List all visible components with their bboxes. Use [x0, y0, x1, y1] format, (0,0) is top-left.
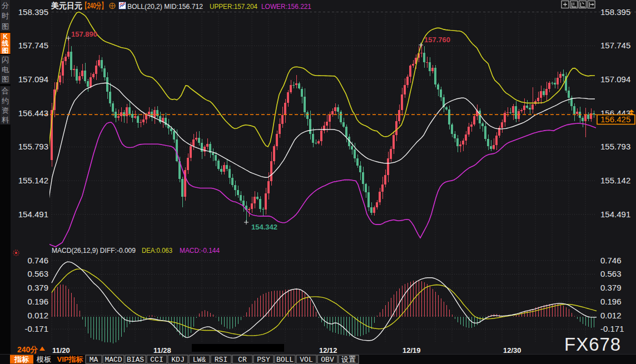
svg-text:资: 资: [2, 106, 9, 114]
svg-text:155.793: 155.793: [18, 142, 48, 151]
svg-text:157.745: 157.745: [18, 41, 48, 50]
svg-text:【240分】: 【240分】: [82, 1, 107, 10]
svg-text:0.563: 0.563: [27, 269, 48, 278]
svg-text:CCI: CCI: [150, 356, 163, 364]
svg-text:11/20: 11/20: [52, 346, 70, 355]
svg-text:0.563: 0.563: [600, 269, 622, 278]
svg-text:0.196: 0.196: [27, 297, 48, 306]
svg-text:0.012: 0.012: [27, 311, 48, 320]
svg-text:MACD(26,12,9) DIFF:-0.009: MACD(26,12,9) DIFF:-0.009: [52, 246, 136, 255]
svg-text:156.425: 156.425: [600, 114, 630, 124]
svg-text:时: 时: [2, 12, 9, 20]
svg-text:KDJ: KDJ: [171, 356, 184, 364]
svg-text:美元日元: 美元日元: [51, 1, 82, 10]
svg-text:-0.171: -0.171: [24, 324, 48, 333]
svg-text:157.094: 157.094: [18, 74, 48, 84]
svg-text:11/28: 11/28: [153, 346, 171, 355]
svg-text:12/30: 12/30: [503, 346, 521, 355]
svg-text:154.491: 154.491: [600, 210, 630, 219]
svg-text:图: 图: [2, 75, 9, 83]
svg-text:VOL: VOL: [300, 356, 312, 364]
svg-text:LOWER:156.221: LOWER:156.221: [261, 2, 311, 11]
svg-text:OBV: OBV: [321, 356, 334, 364]
svg-text:MA: MA: [90, 356, 98, 364]
svg-text:图: 图: [2, 22, 9, 31]
svg-text:约: 约: [2, 97, 9, 105]
svg-text:156.443: 156.443: [18, 108, 48, 118]
svg-text:157.745: 157.745: [600, 41, 630, 50]
svg-text:PSY: PSY: [257, 356, 270, 364]
svg-text:UPPER:157.204: UPPER:157.204: [210, 2, 257, 11]
svg-text:158.395: 158.395: [18, 7, 48, 17]
svg-text:RSI: RSI: [215, 356, 227, 364]
svg-text:模板: 模板: [36, 355, 51, 363]
svg-text:0.379: 0.379: [600, 283, 622, 292]
svg-text:154.491: 154.491: [18, 210, 48, 219]
svg-text:155.142: 155.142: [18, 176, 48, 185]
svg-text:157.094: 157.094: [600, 74, 630, 84]
svg-text:MACD:-0.144: MACD:-0.144: [180, 246, 220, 255]
svg-text:分: 分: [2, 1, 9, 9]
svg-text:DEA:0.063: DEA:0.063: [142, 246, 172, 255]
svg-text:MACD: MACD: [105, 356, 122, 364]
svg-text:0.746: 0.746: [27, 256, 48, 265]
svg-text:0.379: 0.379: [27, 283, 48, 292]
svg-text:12/19: 12/19: [403, 346, 421, 355]
svg-text:157.890: 157.890: [71, 30, 97, 38]
svg-text:BIAS: BIAS: [127, 356, 144, 364]
svg-text:157.760: 157.760: [424, 36, 450, 44]
svg-text:BOLL: BOLL: [276, 356, 294, 364]
svg-text:-0.171: -0.171: [600, 324, 624, 333]
svg-text:240分: 240分: [17, 345, 38, 354]
svg-text:154.342: 154.342: [251, 223, 277, 231]
svg-text:0.012: 0.012: [600, 311, 622, 320]
svg-text:155.142: 155.142: [600, 176, 630, 185]
svg-text:设置: 设置: [341, 355, 356, 363]
svg-text:158.395: 158.395: [600, 7, 630, 17]
svg-text:12/12: 12/12: [319, 346, 337, 355]
svg-text:料: 料: [2, 116, 9, 124]
svg-text:合: 合: [2, 87, 9, 95]
svg-text:BOLL(20,2) MID:156.712: BOLL(20,2) MID:156.712: [127, 2, 203, 11]
svg-text:LW&: LW&: [193, 356, 206, 364]
svg-text:CR: CR: [238, 356, 247, 364]
svg-text:指标: 指标: [14, 355, 29, 363]
svg-text:图: 图: [2, 47, 9, 54]
svg-text:闪: 闪: [2, 56, 9, 64]
svg-text:155.793: 155.793: [600, 142, 630, 151]
svg-text:电: 电: [2, 66, 9, 74]
svg-text:0.746: 0.746: [600, 256, 622, 265]
svg-text:FX678: FX678: [564, 334, 621, 355]
svg-text:VIP指标: VIP指标: [57, 355, 83, 363]
svg-text:0.196: 0.196: [600, 297, 622, 306]
